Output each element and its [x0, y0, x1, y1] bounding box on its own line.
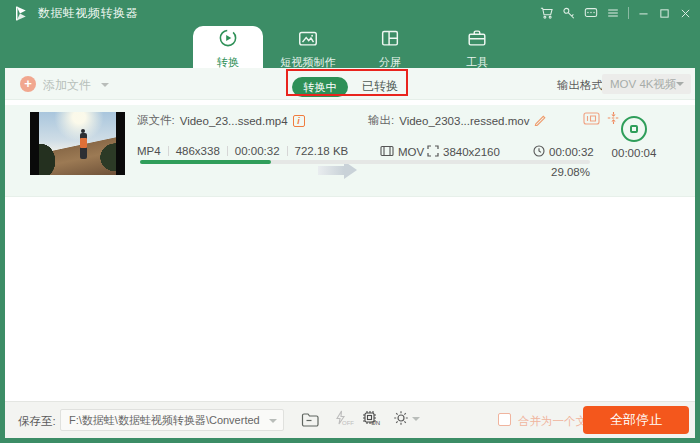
- row-mini-icons: [583, 111, 620, 129]
- feedback-icon[interactable]: [584, 6, 598, 20]
- film-icon: [380, 145, 394, 159]
- source-file-line: 源文件: Video_23...ssed.mp4 i: [137, 113, 305, 128]
- output-duration-text: 00:00:32: [549, 146, 594, 158]
- merge-checkbox[interactable]: [498, 413, 511, 426]
- add-files-caret-icon[interactable]: [101, 83, 109, 87]
- output-filename: Video_2303...ressed.mov: [399, 115, 529, 127]
- clock-icon: [533, 145, 545, 159]
- stop-icon: [630, 125, 638, 133]
- app-logo-icon: [13, 5, 30, 22]
- tab-tools[interactable]: 工具: [437, 27, 517, 68]
- add-files-icon: +: [20, 76, 36, 92]
- maximize-button[interactable]: [658, 7, 671, 20]
- minimize-button[interactable]: [637, 7, 650, 20]
- menu-icon[interactable]: [606, 6, 620, 20]
- flash-state-text: OFF: [342, 420, 354, 426]
- close-button[interactable]: [679, 7, 692, 20]
- stop-all-button[interactable]: 全部停止: [583, 406, 689, 434]
- output-format-select[interactable]: MOV 4K视频: [602, 74, 691, 94]
- hiker-figure: [80, 133, 87, 159]
- toolbar: + 添加文件 转换中 已转换 输出格式: MOV 4K视频: [5, 68, 695, 100]
- source-details: MP4 486x338 00:00:32 722.18 KB: [137, 145, 348, 157]
- output-format-label: 输出格式:: [557, 78, 606, 93]
- output-label: 输出:: [368, 113, 394, 128]
- output-duration-group: 00:00:32: [533, 145, 594, 159]
- add-files-button[interactable]: 添加文件: [43, 77, 91, 94]
- tab-short-video[interactable]: 短视频制作: [268, 27, 348, 68]
- key-icon[interactable]: [562, 6, 576, 20]
- output-format-text: MOV: [398, 146, 424, 158]
- output-resolution-text: 3840x2160: [443, 146, 500, 158]
- edit-pencil-icon[interactable]: [534, 113, 547, 128]
- subtitle-track-icon[interactable]: [583, 111, 600, 129]
- gpu-chip-icon[interactable]: ON: [362, 410, 377, 429]
- save-path-input[interactable]: F:\数据蛙\数据蛙视频转换器\Converted: [60, 409, 284, 431]
- stop-task-button[interactable]: [621, 116, 647, 142]
- conversion-task-row: 源文件: Video_23...ssed.mp4 i MP4 486x338 0…: [5, 105, 695, 197]
- flash-acceleration-icon[interactable]: OFF: [335, 410, 346, 429]
- info-icon[interactable]: i: [293, 115, 305, 127]
- filter-tab-converted[interactable]: 已转换: [362, 78, 398, 95]
- cart-icon[interactable]: [540, 6, 554, 20]
- video-thumbnail: [30, 112, 125, 175]
- progress-fill: [140, 160, 271, 164]
- chip-state-text: ON: [371, 420, 380, 426]
- split-merge-icon[interactable]: [607, 111, 620, 129]
- app-title: 数据蛙视频转换器: [38, 0, 138, 26]
- settings-caret-icon[interactable]: [412, 417, 420, 421]
- progress-percent: 29.08%: [490, 166, 590, 178]
- save-to-label: 保存至:: [18, 414, 56, 429]
- output-format-value: MOV 4K视频: [610, 78, 676, 90]
- output-format-caret-icon: [676, 82, 684, 86]
- source-resolution: 486x338: [176, 145, 220, 157]
- source-duration: 00:00:32: [235, 145, 280, 157]
- tab-split-screen[interactable]: 分屏: [350, 27, 430, 68]
- split-screen-icon: [379, 27, 401, 53]
- output-resolution-group: 3840x2160: [427, 145, 500, 159]
- thumbnail-image: [39, 112, 116, 175]
- app-window: 数据蛙视频转换器 转换 短视频制作 分屏 工具 + 添加文件: [0, 0, 700, 443]
- save-path-caret-icon: [269, 419, 277, 423]
- content-area: + 添加文件 转换中 已转换 输出格式: MOV 4K视频 源文件: Video…: [5, 68, 695, 438]
- convert-icon: [217, 27, 239, 53]
- output-file-line: 输出: Video_2303...ressed.mov: [368, 113, 547, 128]
- titlebar-divider: [628, 7, 629, 19]
- output-format-group: MOV: [380, 145, 424, 159]
- source-filename: Video_23...ssed.mp4: [180, 115, 288, 127]
- source-format: MP4: [137, 145, 161, 157]
- expand-icon: [427, 145, 439, 159]
- save-path-value: F:\数据蛙\数据蛙视频转换器\Converted: [69, 414, 260, 426]
- source-size: 722.18 KB: [295, 145, 349, 157]
- titlebar: 数据蛙视频转换器: [0, 0, 700, 26]
- filter-tab-converting[interactable]: 转换中: [292, 77, 348, 97]
- elapsed-time: 00:00:04: [609, 147, 659, 159]
- tab-convert[interactable]: 转换: [188, 27, 268, 68]
- open-folder-button[interactable]: [301, 412, 320, 431]
- progress-bar: [140, 160, 590, 164]
- footer-bar: 保存至: F:\数据蛙\数据蛙视频转换器\Converted OFF ON 合并…: [5, 401, 695, 438]
- source-label: 源文件:: [137, 113, 175, 128]
- settings-gear-icon[interactable]: [393, 410, 409, 430]
- short-video-icon: [297, 27, 319, 53]
- tools-icon: [466, 27, 488, 53]
